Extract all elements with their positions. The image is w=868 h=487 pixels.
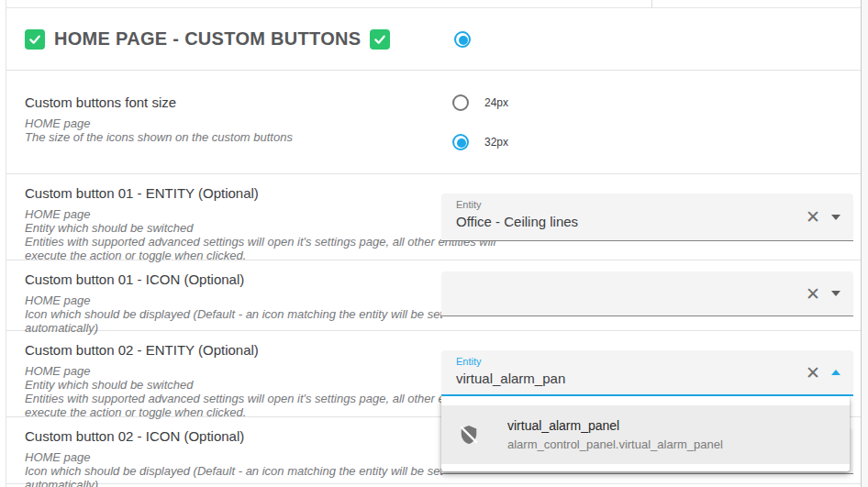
section-title: Custom buttons font size (25, 94, 861, 110)
page-title: HOME PAGE - CUSTOM BUTTONS (54, 28, 361, 50)
field-value[interactable]: Office - Ceiling lines (456, 214, 853, 229)
entity-field-button02[interactable]: Entity virtual_alarm_pan ✕ (441, 350, 853, 396)
radio-option-32px[interactable]: 32px (452, 134, 508, 150)
caret-down-icon[interactable] (831, 291, 840, 296)
font-size-text: Custom buttons font size HOME page The s… (6, 71, 861, 144)
check-icon (28, 32, 42, 47)
clear-icon[interactable]: ✕ (806, 285, 820, 303)
radio-button-32px[interactable] (452, 134, 469, 150)
clear-icon[interactable]: ✕ (806, 364, 820, 382)
entity-name: virtual_alarm_panel (507, 418, 723, 433)
shield-off-icon (459, 425, 479, 445)
entity-field-button01[interactable]: Entity Office - Ceiling lines ✕ (441, 194, 853, 241)
section-description: The size of the icons shown on the custo… (25, 130, 861, 144)
top-divider-tick (651, 0, 652, 7)
dropdown-item-texts: virtual_alarm_panel alarm_control_panel.… (507, 418, 723, 451)
radio-label: 24px (484, 96, 508, 109)
entity-id: alarm_control_panel.virtual_alarm_panel (507, 437, 723, 451)
radio-option-24px[interactable]: 24px (452, 94, 508, 111)
section-subtitle: HOME page (25, 116, 861, 130)
clear-icon[interactable]: ✕ (806, 208, 820, 226)
field-label: Entity (456, 356, 853, 367)
entity-dropdown: virtual_alarm_panel alarm_control_panel.… (441, 396, 850, 471)
caret-down-icon[interactable] (831, 215, 840, 220)
icon-field-button01[interactable]: ✕ (441, 271, 853, 316)
font-size-section: Custom buttons font size HOME page The s… (6, 71, 861, 174)
field-label: Entity (456, 199, 853, 210)
section-description: automatically) (25, 478, 861, 487)
header-row: HOME PAGE - CUSTOM BUTTONS (6, 8, 861, 70)
field-value[interactable]: virtual_alarm_pan (456, 371, 853, 386)
header-radio-button[interactable] (454, 31, 471, 48)
settings-page: HOME PAGE - CUSTOM BUTTONS Custom button… (0, 0, 868, 487)
radio-label: 32px (484, 136, 508, 149)
header-section: HOME PAGE - CUSTOM BUTTONS (6, 7, 861, 71)
radio-button-24px[interactable] (452, 94, 469, 111)
checked-checkbox-icon[interactable] (370, 29, 390, 50)
vertical-scrollbar[interactable] (861, 0, 868, 487)
checked-checkbox-icon[interactable] (25, 29, 45, 50)
caret-up-icon[interactable] (831, 370, 840, 375)
dropdown-item-virtual-alarm-panel[interactable]: virtual_alarm_panel alarm_control_panel.… (441, 405, 850, 464)
check-icon (373, 32, 387, 47)
